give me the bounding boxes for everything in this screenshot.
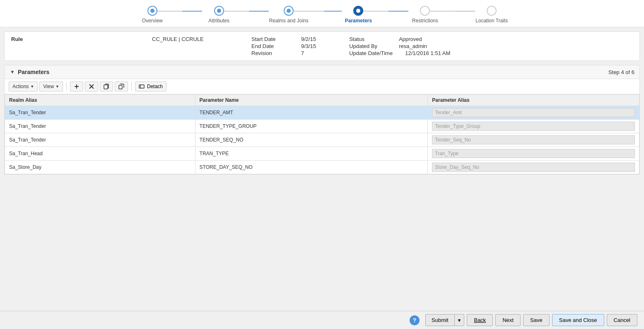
step-circle-overview: [147, 6, 157, 16]
svg-rect-4: [104, 85, 108, 89]
svg-rect-5: [119, 85, 122, 89]
step-label-parameters: Parameters: [345, 18, 372, 24]
wizard-step-overview[interactable]: Overview: [136, 6, 169, 24]
end-date-value: 9/3/15: [301, 43, 316, 49]
param-alias-input-3[interactable]: [432, 149, 635, 158]
update-datetime-label: Update Date/Time: [349, 50, 393, 56]
wizard-step-restrictions[interactable]: Restrictions: [408, 6, 441, 24]
step-circle-parameters: [353, 6, 363, 16]
step-circle-realms-and-joins: [284, 6, 294, 16]
toolbar-divider-1: [66, 82, 67, 91]
table-cell-parameter_alias-2[interactable]: [428, 133, 639, 147]
rule-value: CC_RULE | CCRULE: [152, 36, 204, 42]
table-row[interactable]: Sa_Tran_TenderTENDER_TYPE_GROUP: [5, 120, 639, 133]
status-value: Approved: [399, 36, 422, 42]
section-header: ▼ Parameters Step 4 of 6: [5, 65, 639, 79]
col-header-parameter-alias: Parameter Alias: [428, 95, 639, 106]
main-content: ▼ Parameters Step 4 of 6 Actions ▼ View …: [4, 65, 640, 175]
step-label-attributes: Attributes: [208, 18, 229, 24]
table-cell-parameter_name-1: TENDER_TYPE_GROUP: [195, 120, 428, 133]
duplicate-button[interactable]: [115, 82, 128, 91]
table-cell-realm_alias-2: Sa_Tran_Tender: [5, 133, 195, 147]
parameters-table: Realm Alias Parameter Name Parameter Ali…: [5, 94, 639, 174]
start-date-value: 9/2/15: [301, 36, 316, 42]
updated-by-value: resa_admin: [399, 43, 427, 49]
wizard-steps: OverviewAttributesRealms and JoinsParame…: [0, 0, 644, 27]
start-date-label: Start Date: [251, 36, 289, 42]
toolbar: Actions ▼ View ▼: [5, 79, 639, 94]
wizard-step-parameters[interactable]: Parameters: [342, 6, 375, 24]
step-circle-location-traits: [487, 6, 497, 16]
table-cell-realm_alias-3: Sa_Tran_Head: [5, 147, 195, 161]
param-alias-input-4[interactable]: [432, 163, 635, 172]
collapse-icon[interactable]: ▼: [10, 69, 15, 75]
param-alias-input-1[interactable]: [432, 122, 635, 131]
table-cell-parameter_name-3: TRAN_TYPE: [195, 147, 428, 161]
edit-button[interactable]: [100, 82, 113, 91]
table-cell-parameter_alias-1[interactable]: [428, 120, 639, 133]
revision-label: Revision: [251, 50, 289, 56]
param-alias-input-2[interactable]: [432, 135, 635, 144]
table-cell-parameter_name-0: TENDER_AMT: [195, 106, 428, 120]
step-circle-attributes: [214, 6, 224, 16]
param-alias-input-0[interactable]: [432, 108, 635, 117]
end-date-label: End Date: [251, 43, 289, 49]
table-row[interactable]: Sa_Tran_TenderTENDER_SEQ_NO: [5, 133, 639, 147]
revision-value: 7: [301, 50, 304, 56]
step-label-restrictions: Restrictions: [412, 18, 438, 24]
col-header-realm-alias: Realm Alias: [5, 95, 195, 106]
table-cell-realm_alias-0: Sa_Tran_Tender: [5, 106, 195, 120]
table-header-row: Realm Alias Parameter Name Parameter Ali…: [5, 95, 639, 106]
view-button[interactable]: View ▼: [39, 82, 63, 91]
section-title-text: Parameters: [18, 69, 49, 75]
table-cell-realm_alias-1: Sa_Tran_Tender: [5, 120, 195, 133]
col-header-parameter-name: Parameter Name: [195, 95, 428, 106]
table-cell-parameter_name-2: TENDER_SEQ_NO: [195, 133, 428, 147]
wizard-step-attributes[interactable]: Attributes: [202, 6, 235, 24]
table-cell-parameter_name-4: STORE_DAY_SEQ_NO: [195, 161, 428, 174]
wizard-step-realms-and-joins[interactable]: Realms and Joins: [269, 6, 308, 24]
table-row[interactable]: Sa_Tran_HeadTRAN_TYPE: [5, 147, 639, 161]
table-cell-parameter_alias-4[interactable]: [428, 161, 639, 174]
table-row[interactable]: Sa_Store_DaySTORE_DAY_SEQ_NO: [5, 161, 639, 174]
actions-caret: ▼: [30, 84, 34, 89]
update-datetime-value: 12/1/2016 1:51 AM: [405, 50, 450, 56]
view-caret: ▼: [55, 84, 59, 89]
delete-button[interactable]: [85, 82, 98, 91]
add-button[interactable]: [70, 82, 83, 91]
step-info: Step 4 of 6: [608, 69, 634, 75]
step-circle-restrictions: [420, 6, 430, 16]
actions-button[interactable]: Actions ▼: [9, 82, 38, 91]
step-label-location-traits: Location Traits: [475, 18, 508, 24]
table-cell-parameter_alias-0[interactable]: [428, 106, 639, 120]
toolbar-divider-2: [131, 82, 132, 91]
info-bar: Rule CC_RULE | CCRULE Start Date 9/2/15 …: [4, 31, 640, 61]
updated-by-label: Updated By: [349, 43, 386, 49]
detach-button[interactable]: Detach: [135, 82, 166, 91]
step-label-realms-and-joins: Realms and Joins: [269, 18, 308, 24]
step-label-overview: Overview: [142, 18, 163, 24]
table-row[interactable]: Sa_Tran_TenderTENDER_AMT: [5, 106, 639, 120]
table-cell-parameter_alias-3[interactable]: [428, 147, 639, 161]
svg-rect-6: [139, 85, 144, 88]
status-label: Status: [349, 36, 386, 42]
parameters-table-container: Realm Alias Parameter Name Parameter Ali…: [5, 94, 639, 174]
rule-label: Rule: [11, 36, 135, 42]
wizard-step-location-traits[interactable]: Location Traits: [475, 6, 508, 24]
table-cell-realm_alias-4: Sa_Store_Day: [5, 161, 195, 174]
